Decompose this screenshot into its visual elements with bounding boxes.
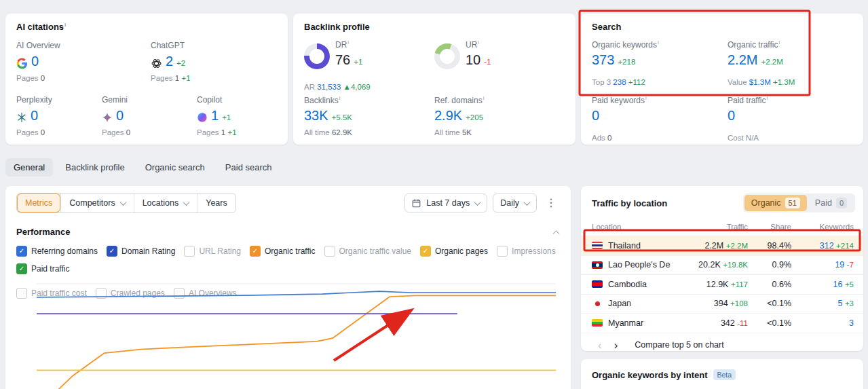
location-row-laos[interactable]: Lao People's Democratic Reput 20.2K +19.… xyxy=(581,255,863,275)
myanmar-flag-icon xyxy=(592,319,603,327)
info-icon[interactable]: i xyxy=(347,39,349,45)
performance-card: Metrics Competitors Locations Years Last… xyxy=(5,186,571,389)
performance-title: Performance xyxy=(16,227,70,237)
section-tabs: General Backlink profile Organic search … xyxy=(5,157,280,177)
info-icon[interactable]: i xyxy=(483,95,485,101)
performance-chart xyxy=(16,272,559,389)
gemini-icon xyxy=(102,112,113,123)
info-icon[interactable]: i xyxy=(766,95,768,101)
organic-count-badge: 51 xyxy=(785,198,800,208)
locations-button[interactable]: Locations xyxy=(134,193,197,212)
location-row-cambodia[interactable]: Cambodia 12.9K +117 0.6% 16 +5 xyxy=(581,274,863,294)
location-name: Lao People's Democratic Reput xyxy=(608,260,671,270)
chart-config-segmented-control: Metrics Competitors Locations Years xyxy=(16,193,236,213)
location-name: Thailand xyxy=(608,241,641,251)
granularity-button[interactable]: Daily xyxy=(493,193,537,212)
dr-value: 76 xyxy=(335,52,350,67)
keywords-link[interactable]: 3 xyxy=(849,318,854,328)
chevron-down-icon xyxy=(119,199,126,206)
traffic-by-location-title: Traffic by location xyxy=(592,198,667,208)
collapse-chevron-icon[interactable] xyxy=(553,230,560,237)
laos-flag-icon xyxy=(592,261,603,269)
top3-link[interactable]: 238 xyxy=(613,78,626,86)
metric-checkbox-organic-traffic[interactable]: ✓Organic traffic xyxy=(250,246,315,257)
paid-traffic-metric: Paid traffici 0 Cost N/A xyxy=(728,95,856,142)
thailand-flag-icon xyxy=(592,242,603,249)
cambodia-flag-icon xyxy=(592,280,603,288)
performance-chart-area[interactable] xyxy=(16,272,559,389)
metric-checkbox-organic-traffic-value[interactable]: Organic traffic value xyxy=(324,246,412,257)
info-icon[interactable]: i xyxy=(778,39,780,45)
date-range-button[interactable]: Last 7 days xyxy=(404,193,487,212)
perplexity-icon xyxy=(16,112,27,123)
metric-checkbox-url-rating[interactable]: URL Rating xyxy=(184,246,241,257)
beta-badge: Beta xyxy=(713,369,736,380)
metrics-button[interactable]: Metrics xyxy=(17,193,60,212)
gemini-count[interactable]: 0 xyxy=(116,108,124,123)
check-icon: ✓ xyxy=(19,248,24,255)
prev-page-button[interactable]: ‹ xyxy=(592,339,608,351)
tab-general[interactable]: General xyxy=(5,158,53,177)
keywords-link[interactable]: 312 xyxy=(820,241,834,251)
tab-backlink-profile[interactable]: Backlink profile xyxy=(57,158,132,177)
keywords-link[interactable]: 19 xyxy=(835,260,844,270)
check-icon: ✓ xyxy=(423,248,428,255)
info-icon[interactable]: i xyxy=(658,39,659,45)
chatgpt-metric: ChatGPT 2 +2 Pages 1 +1 xyxy=(151,41,280,82)
chevron-down-icon xyxy=(524,199,531,206)
organic-keywords-value[interactable]: 373 xyxy=(592,52,614,67)
location-row-myanmar[interactable]: Myanmar 342 -11 <0.1% 3 xyxy=(581,313,863,333)
info-icon[interactable]: i xyxy=(645,95,647,101)
traffic-value-link[interactable]: $1.3M xyxy=(749,78,771,86)
toggle-paid[interactable]: Paid0 xyxy=(808,195,854,211)
ai-overview-metric: AI Overview 0 Pages 0 xyxy=(16,41,145,82)
years-button[interactable]: Years xyxy=(197,193,235,212)
calendar-icon xyxy=(412,199,421,208)
keywords-link[interactable]: 16 xyxy=(833,280,842,289)
compare-top5-link[interactable]: Compare top 5 on chart xyxy=(635,340,723,350)
backlink-profile-title: Backlink profile xyxy=(304,22,370,32)
paid-traffic-value[interactable]: 0 xyxy=(728,108,735,123)
ar-metric: AR 31,533 ▲4,069 xyxy=(304,83,433,91)
toggle-organic[interactable]: Organic51 xyxy=(744,195,807,211)
paid-count-badge: 0 xyxy=(836,198,847,208)
traffic-type-toggle: Organic51 Paid0 xyxy=(743,193,855,212)
keywords-by-intent-card: Organic keywords by intent Beta xyxy=(581,359,863,389)
check-icon: ✓ xyxy=(109,248,115,255)
tab-paid-search[interactable]: Paid search xyxy=(217,158,280,177)
location-row-thailand[interactable]: Thailand 2.2M +2.2M 98.4% 312 +214 xyxy=(581,236,863,255)
kebab-menu-icon[interactable]: ⋮ xyxy=(542,198,560,208)
organic-traffic-value[interactable]: 2.2M xyxy=(728,52,757,67)
metric-checkbox-organic-pages[interactable]: ✓Organic pages xyxy=(420,246,488,257)
organic-keywords-metric: Organic keywordsi 373+218 Top 3 238 +112 xyxy=(592,39,721,86)
tab-organic-search[interactable]: Organic search xyxy=(137,158,213,177)
metric-checkbox-referring-domains[interactable]: ✓Referring domains xyxy=(16,246,98,257)
info-icon[interactable]: i xyxy=(64,22,66,28)
next-page-button[interactable]: › xyxy=(608,339,624,351)
backlinks-metric: Backlinksi 33K+5.5K All time 62.9K xyxy=(304,95,433,136)
keywords-link[interactable]: 5 xyxy=(837,299,842,308)
info-icon[interactable]: i xyxy=(339,95,341,101)
competitors-button[interactable]: Competitors xyxy=(60,193,133,212)
location-row-japan[interactable]: Japan 394 +108 <0.1% 5 +3 xyxy=(581,294,863,314)
perplexity-count[interactable]: 0 xyxy=(31,108,38,123)
ai-citations-card: AI citationsi AI Overview 0 Pages 0 Chat… xyxy=(5,14,288,145)
chevron-down-icon xyxy=(183,199,190,206)
ar-value[interactable]: 31,533 xyxy=(317,83,341,91)
metric-checkbox-domain-rating[interactable]: ✓Domain Rating xyxy=(107,246,175,257)
metric-checkbox-impressions[interactable]: Impressions xyxy=(497,246,556,257)
info-icon[interactable]: i xyxy=(478,39,479,45)
paid-keywords-value[interactable]: 0 xyxy=(592,108,599,123)
backlinks-value[interactable]: 33K xyxy=(304,108,328,123)
organic-traffic-metric: Organic traffici 2.2M+2.2M Value $1.3M +… xyxy=(728,39,856,86)
location-name: Myanmar xyxy=(608,318,643,328)
chevron-down-icon xyxy=(474,199,481,206)
search-card: Search Organic keywordsi 373+218 Top 3 2… xyxy=(581,14,863,145)
ref-domains-value[interactable]: 2.9K xyxy=(434,108,462,123)
location-name: Japan xyxy=(608,299,631,308)
google-icon xyxy=(16,58,28,69)
chatgpt-count[interactable]: 2 xyxy=(166,54,173,69)
ai-overview-count[interactable]: 0 xyxy=(31,54,39,69)
ur-metric: URi 10-1 xyxy=(466,39,595,69)
copilot-count[interactable]: 1 xyxy=(211,108,219,123)
